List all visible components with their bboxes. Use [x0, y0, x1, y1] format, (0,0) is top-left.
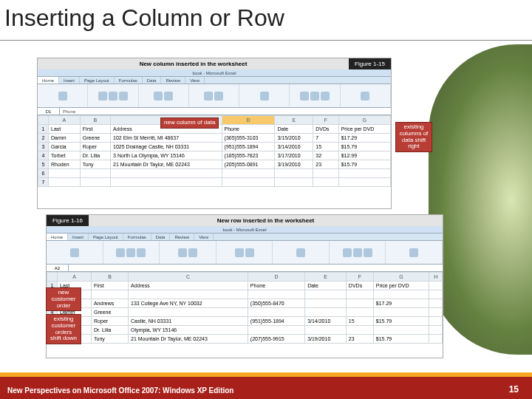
callout-new-column: new column of data	[160, 117, 219, 129]
figure-1-15: New column inserted in the worksheet Fig…	[37, 58, 392, 209]
slide-number: 15	[509, 384, 519, 395]
ribbon-tab: Home	[38, 77, 59, 83]
excel-titlebar-2: book - Microsoft Excel	[47, 226, 443, 233]
footer-text: New Perspectives on Microsoft Office 200…	[7, 386, 233, 395]
ribbon-tab: Formulas	[115, 77, 143, 83]
ribbon-tab: Page Layout	[89, 233, 123, 240]
excel-ribbon	[38, 84, 391, 108]
figure2-sheet: ABCDEFGH1LastFirstAddressPhoneDateDVDsPr…	[47, 272, 443, 344]
background-graphic	[429, 44, 532, 355]
title-divider	[0, 40, 532, 41]
ribbon-tab: Formulas	[123, 233, 151, 240]
ribbon-tab: Review	[170, 233, 194, 240]
figure1-caption-bar: New column inserted in the worksheet Fig…	[38, 58, 391, 69]
excel-ribbon-tabs-2: HomeInsertPage LayoutFormulasDataReviewV…	[47, 233, 443, 241]
formula-bar-2: A2	[47, 265, 443, 272]
name-box-2: A2	[47, 265, 69, 271]
ribbon-tab: Home	[47, 233, 68, 240]
footer-bar: New Perspectives on Microsoft Office 200…	[0, 372, 532, 399]
formula-content: Phone	[60, 108, 78, 115]
ribbon-tab: Page Layout	[80, 77, 115, 83]
figure-1-16: Figure 1-16 New row inserted in the work…	[46, 214, 443, 358]
ribbon-tab: View	[185, 77, 205, 83]
ribbon-tab: Data	[143, 77, 162, 83]
excel-titlebar: book - Microsoft Excel	[38, 69, 391, 77]
ribbon-tab: View	[194, 233, 214, 240]
figure2-caption-bar: Figure 1-16 New row inserted in the work…	[47, 215, 443, 226]
formula-bar: D1 Phone	[38, 108, 391, 115]
excel-ribbon-tabs: HomeInsertPage LayoutFormulasDataReviewV…	[38, 77, 391, 84]
ribbon-tab: Insert	[68, 233, 89, 240]
callout-shift-right: existing columns of data shift right	[395, 122, 432, 152]
figure2-excel-window: book - Microsoft Excel HomeInsertPage La…	[47, 226, 443, 344]
figure2-caption-title: New row inserted in the worksheet	[89, 217, 443, 224]
callout-new-row: new customer order	[46, 287, 81, 311]
callout-shift-down: existing customer orders shift down	[46, 314, 81, 344]
name-box: D1	[38, 108, 60, 115]
figure1-caption-title: New column inserted in the worksheet	[38, 61, 349, 67]
ribbon-tab: Data	[151, 233, 171, 240]
figure1-badge: Figure 1-15	[349, 58, 391, 69]
ribbon-tab: Review	[161, 77, 185, 83]
slide-title: Inserting a Column or Row	[4, 4, 284, 32]
excel-ribbon-2	[47, 241, 443, 265]
formula-content-2	[69, 265, 75, 271]
ribbon-tab: Insert	[59, 77, 80, 83]
figure2-badge: Figure 1-16	[47, 215, 89, 226]
